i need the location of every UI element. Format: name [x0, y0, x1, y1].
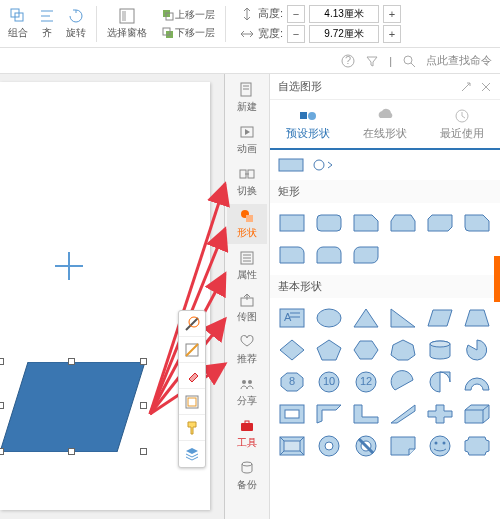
svg-text:?: ?: [345, 54, 351, 66]
resize-handle[interactable]: [0, 448, 4, 455]
shape-snip-same-side[interactable]: [387, 209, 419, 237]
resize-handle[interactable]: [140, 402, 147, 409]
shape-plus[interactable]: [424, 400, 456, 428]
resize-handle[interactable]: [140, 358, 147, 365]
rotate-icon: [67, 7, 85, 25]
sidebar-item-animation[interactable]: 动画: [227, 120, 267, 160]
tab-label: 预设形状: [286, 126, 330, 141]
fill-gradient-button[interactable]: [179, 337, 205, 363]
align-label: 齐: [42, 26, 52, 40]
selection-pane-button[interactable]: 选择窗格: [103, 5, 151, 42]
sidebar-item-shapes[interactable]: 形状: [227, 204, 267, 244]
layers-button[interactable]: [179, 441, 205, 467]
rotate-button[interactable]: 旋转: [62, 5, 90, 42]
shape-plaque[interactable]: [461, 432, 493, 460]
shape-folded-corner[interactable]: [387, 432, 419, 460]
sidebar-item-share[interactable]: 分享: [227, 372, 267, 412]
height-increase-button[interactable]: +: [383, 5, 401, 23]
resize-handle[interactable]: [68, 448, 75, 455]
shape-octagon[interactable]: 8: [276, 368, 308, 396]
svg-text:10: 10: [323, 375, 335, 387]
tab-recent[interactable]: 最近使用: [423, 100, 500, 148]
shape-triangle[interactable]: [350, 304, 382, 332]
shape-cube[interactable]: [461, 400, 493, 428]
eraser-button[interactable]: [179, 363, 205, 389]
filter-icon[interactable]: [365, 54, 379, 68]
search-icon[interactable]: [402, 54, 416, 68]
search-placeholder[interactable]: 点此查找命令: [426, 53, 492, 68]
tab-preset-shapes[interactable]: 预设形状: [270, 100, 347, 148]
svg-point-49: [242, 462, 252, 466]
shape-heptagon[interactable]: [387, 336, 419, 364]
shape-bevel[interactable]: [276, 432, 308, 460]
shape-round-single-corner[interactable]: [276, 241, 308, 269]
svg-rect-30: [188, 398, 196, 406]
shape-l-shape[interactable]: [350, 400, 382, 428]
shape-snip-single-corner[interactable]: [350, 209, 382, 237]
sidebar-item-backup[interactable]: 备份: [227, 456, 267, 496]
sidebar-item-transition[interactable]: 切换: [227, 162, 267, 202]
shape-can[interactable]: [424, 336, 456, 364]
shape-pie[interactable]: [461, 336, 493, 364]
recent-loop-shape[interactable]: [310, 156, 336, 174]
resize-handle[interactable]: [68, 358, 75, 365]
height-input[interactable]: [309, 5, 379, 23]
sidebar-item-label: 工具: [237, 436, 257, 450]
line-style-button[interactable]: [179, 311, 205, 337]
sidebar-item-tools[interactable]: 工具: [227, 414, 267, 454]
bring-forward-button[interactable]: 上移一层: [157, 6, 219, 23]
width-increase-button[interactable]: +: [383, 25, 401, 43]
expand-icon[interactable]: [460, 81, 472, 93]
border-button[interactable]: [179, 389, 205, 415]
resize-handle[interactable]: [140, 448, 147, 455]
tab-online-shapes[interactable]: 在线形状: [347, 100, 424, 148]
shape-trapezoid[interactable]: [461, 304, 493, 332]
selected-trapezoid-shape[interactable]: [0, 362, 145, 452]
sidebar-item-recommend[interactable]: 推荐: [227, 330, 267, 370]
height-decrease-button[interactable]: −: [287, 5, 305, 23]
svg-rect-79: [284, 441, 300, 451]
resize-handle[interactable]: [0, 358, 4, 365]
help-icon[interactable]: ?: [341, 54, 355, 68]
shape-right-triangle[interactable]: [387, 304, 419, 332]
shape-pentagon[interactable]: [313, 336, 345, 364]
width-decrease-button[interactable]: −: [287, 25, 305, 43]
shape-no-symbol[interactable]: [350, 432, 382, 460]
shape-snip-round[interactable]: [461, 209, 493, 237]
shape-hexagon[interactable]: [350, 336, 382, 364]
recent-rect-shape[interactable]: [278, 156, 304, 174]
shape-parallelogram[interactable]: [424, 304, 456, 332]
shape-dodecagon[interactable]: 12: [350, 368, 382, 396]
shape-diamond[interactable]: [276, 336, 308, 364]
sidebar-item-upload-image[interactable]: 传图: [227, 288, 267, 328]
shape-chord[interactable]: [387, 368, 419, 396]
shape-block-arc[interactable]: [461, 368, 493, 396]
group-button[interactable]: 组合: [4, 5, 32, 42]
shape-teardrop[interactable]: [424, 368, 456, 396]
width-input[interactable]: [309, 25, 379, 43]
shape-smiley[interactable]: [424, 432, 456, 460]
shape-round-diagonal[interactable]: [350, 241, 382, 269]
shape-snip-diagonal[interactable]: [424, 209, 456, 237]
send-backward-button[interactable]: 下移一层: [157, 24, 219, 41]
svg-point-69: [430, 341, 450, 347]
feedback-tab[interactable]: [494, 256, 500, 302]
shape-diagonal-stripe[interactable]: [387, 400, 419, 428]
shape-rectangle[interactable]: [276, 209, 308, 237]
shape-rounded-rectangle[interactable]: [313, 209, 345, 237]
sidebar-item-new[interactable]: 新建: [227, 78, 267, 118]
shape-donut[interactable]: [313, 432, 345, 460]
recent-shapes-row: [270, 150, 500, 180]
resize-handle[interactable]: [0, 402, 4, 409]
shape-half-frame[interactable]: [313, 400, 345, 428]
sidebar-item-properties[interactable]: 属性: [227, 246, 267, 286]
shape-frame[interactable]: [276, 400, 308, 428]
format-painter-button[interactable]: [179, 415, 205, 441]
shape-round-same-side[interactable]: [313, 241, 345, 269]
align-button[interactable]: 齐: [34, 5, 60, 42]
close-icon[interactable]: [480, 81, 492, 93]
shape-decagon[interactable]: 10: [313, 368, 345, 396]
shape-text-box[interactable]: A: [276, 304, 308, 332]
sidebar-item-label: 新建: [237, 100, 257, 114]
shape-oval[interactable]: [313, 304, 345, 332]
